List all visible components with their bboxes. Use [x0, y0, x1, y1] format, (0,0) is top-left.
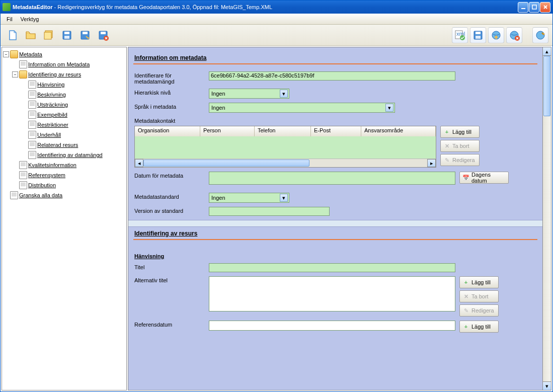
- edit-contact-button[interactable]: ✎Redigera: [440, 154, 480, 166]
- select-standard[interactable]: Ingen ▾: [209, 193, 289, 203]
- label-standard: Metadatastandard: [133, 193, 209, 200]
- tree-underhall[interactable]: Underhåll: [3, 130, 125, 140]
- col-epost[interactable]: E-Post: [311, 126, 361, 136]
- input-identifier[interactable]: 6ce9b667-94a2-4528-a87e-c580c5197b9f: [209, 71, 455, 81]
- input-titel[interactable]: [209, 263, 455, 272]
- select-hierarki[interactable]: Ingen ▾: [209, 89, 289, 99]
- label-titel: Titel: [133, 263, 209, 270]
- tree-info-metadata[interactable]: Information om Metadata: [3, 59, 125, 69]
- plus-icon: +: [462, 279, 469, 286]
- save-remote-button[interactable]: [470, 27, 486, 43]
- new-file-button[interactable]: [5, 27, 21, 43]
- plus-icon: +: [462, 323, 469, 330]
- tree-ident-datamangd[interactable]: Identifiering av datamängd: [3, 150, 125, 160]
- section-info-title: Information om metadata: [133, 51, 537, 62]
- menu-tools[interactable]: Verktyg: [17, 15, 43, 23]
- collapse-icon[interactable]: −: [12, 71, 18, 77]
- tree-hanvisning[interactable]: Hänvisning: [3, 80, 125, 90]
- save-as-button[interactable]: [77, 27, 93, 43]
- menu-file[interactable]: Fil: [3, 15, 17, 23]
- label-identifier: Identifierare för metadatamängd: [133, 71, 209, 85]
- maximize-button[interactable]: [529, 2, 539, 13]
- x-icon: ✕: [462, 293, 469, 300]
- scroll-area: Information om metadata Identifierare fö…: [128, 47, 543, 390]
- input-version[interactable]: [209, 207, 330, 216]
- tree-utstrackning[interactable]: Utsträckning: [3, 100, 125, 110]
- svg-rect-3: [44, 32, 51, 39]
- collapse-icon[interactable]: −: [3, 51, 9, 57]
- pencil-icon: ✎: [443, 156, 450, 164]
- titlebar: MetadataEditor - Redigeringsverktyg för …: [1, 1, 552, 14]
- label-sprak: Språk i metadata: [133, 103, 209, 110]
- label-version: Version av standard: [133, 207, 209, 214]
- settings-button[interactable]: [532, 27, 548, 43]
- remove-alttitel-button[interactable]: ✕Ta bort: [459, 290, 499, 302]
- tree-root[interactable]: − Metadata: [3, 49, 125, 59]
- scroll-right-icon[interactable]: ▸: [427, 159, 436, 167]
- upload-button[interactable]: [488, 27, 504, 43]
- download-button[interactable]: [506, 27, 522, 43]
- label-refdatum: Referensdatum: [133, 321, 209, 328]
- minimize-button[interactable]: [518, 2, 528, 13]
- section-gap: [128, 220, 542, 227]
- window-title: MetadataEditor - Redigeringsverktyg för …: [13, 4, 518, 11]
- tree-pane[interactable]: − Metadata Information om Metadata − Ide…: [2, 47, 127, 390]
- tree-distribution[interactable]: Distribution: [3, 180, 125, 190]
- section-ident-title: Identifiering av resurs: [133, 227, 537, 238]
- scroll-down-icon[interactable]: ▾: [543, 381, 551, 390]
- tree-relaterad[interactable]: Relaterad resurs: [3, 140, 125, 150]
- col-telefon[interactable]: Telefon: [255, 126, 311, 136]
- svg-rect-16: [476, 32, 481, 34]
- col-ansvar[interactable]: Ansvarsområde: [361, 126, 436, 136]
- close-button[interactable]: [540, 2, 550, 13]
- scroll-up-icon[interactable]: ▴: [543, 47, 551, 56]
- select-sprak[interactable]: Ingen ▾: [209, 103, 395, 113]
- vscrollbar[interactable]: ▴ ▾: [543, 47, 551, 390]
- open-file-button[interactable]: [23, 27, 39, 43]
- scroll-left-icon[interactable]: ◂: [135, 159, 143, 167]
- edit-alttitel-button[interactable]: ✎Redigera: [459, 304, 499, 317]
- svg-rect-5: [64, 32, 69, 34]
- label-alt-titel: Alternativ titel: [133, 276, 209, 283]
- file-icon: [19, 181, 27, 189]
- hscrollbar[interactable]: ◂ ▸: [135, 159, 436, 167]
- hscroll-thumb[interactable]: [143, 160, 309, 167]
- toolbar: xml: [1, 25, 552, 46]
- svg-rect-0: [521, 8, 525, 9]
- tree-exempelbild[interactable]: Exempelbild: [3, 110, 125, 120]
- file-icon: [28, 91, 36, 99]
- file-icon: [28, 111, 36, 119]
- col-person[interactable]: Person: [200, 126, 255, 136]
- folder-open-icon: [19, 70, 27, 79]
- validate-button[interactable]: xml: [452, 27, 468, 43]
- tree-granska[interactable]: Granska alla data: [3, 190, 125, 200]
- tree-beskrivning[interactable]: Beskrivning: [3, 90, 125, 100]
- delete-button[interactable]: [95, 27, 111, 43]
- remove-contact-button[interactable]: ✕Ta bort: [440, 140, 480, 152]
- tree-restriktioner[interactable]: Restriktioner: [3, 120, 125, 130]
- table-header: Organisation Person Telefon E-Post Ansva…: [135, 126, 436, 136]
- tree-identifiering[interactable]: − Identifiering av resurs: [3, 69, 125, 80]
- input-datum[interactable]: [209, 172, 455, 185]
- save-multi-button[interactable]: [41, 27, 57, 43]
- file-icon: [19, 161, 27, 169]
- add-refdatum-button[interactable]: +Lägg till: [459, 321, 499, 333]
- tree-refsys[interactable]: Referensystem: [3, 170, 125, 180]
- add-alttitel-button[interactable]: +Lägg till: [459, 276, 499, 288]
- vscroll-thumb[interactable]: [543, 56, 550, 116]
- input-refdatum[interactable]: [209, 321, 455, 331]
- tree-kvalitet[interactable]: Kvalitetsinformation: [3, 160, 125, 170]
- today-button[interactable]: 📅Dagens datum: [459, 172, 509, 184]
- file-icon: [10, 191, 18, 199]
- save-button[interactable]: [59, 27, 75, 43]
- file-icon: [28, 121, 36, 129]
- svg-point-21: [536, 31, 544, 39]
- input-alt-titel[interactable]: [209, 276, 455, 311]
- file-icon: [28, 81, 36, 89]
- table-body[interactable]: [135, 136, 436, 159]
- divider: [133, 63, 537, 64]
- add-contact-button[interactable]: +Lägg till: [440, 126, 480, 138]
- svg-rect-17: [476, 36, 481, 39]
- col-org[interactable]: Organisation: [135, 126, 200, 136]
- file-icon: [28, 141, 36, 149]
